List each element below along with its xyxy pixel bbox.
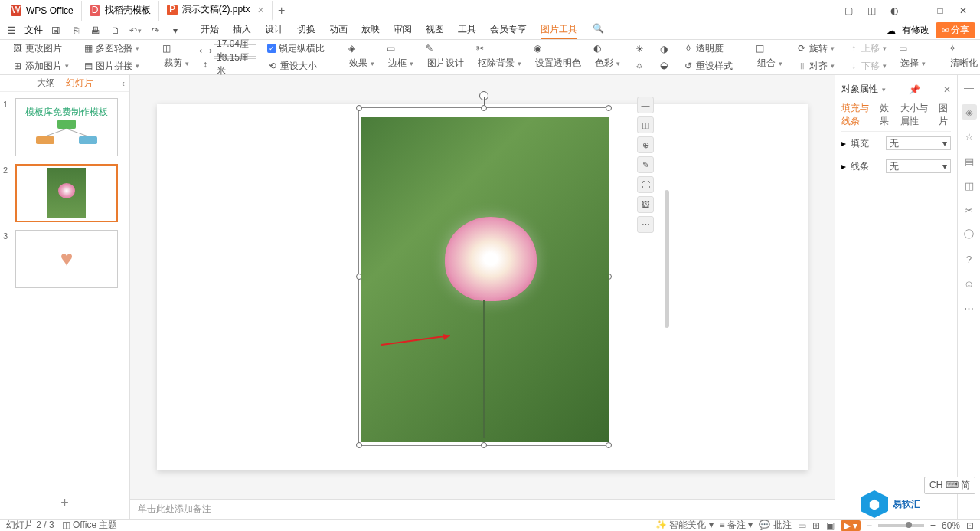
prop-tab-picture[interactable]: 图片 (939, 102, 951, 128)
notes-pane[interactable]: 单击此处添加备注 (130, 499, 835, 519)
print-icon[interactable]: 🖶 (89, 24, 103, 38)
ribbon-tab-transition[interactable]: 切换 (297, 21, 315, 39)
save-icon[interactable]: 🖫 (49, 24, 63, 38)
multi-rotate-button[interactable]: ▦多图轮播▾ (80, 41, 142, 57)
comments-toggle[interactable]: 💬 批注 (759, 519, 791, 531)
app-tab[interactable]: W WPS Office (3, 1, 82, 21)
float-edit-button[interactable]: ✎ (637, 156, 654, 173)
add-slide-button[interactable]: + (0, 487, 129, 519)
collapse-panel-icon[interactable]: ‹ (122, 78, 125, 89)
ribbon-tab-design[interactable]: 设计 (265, 21, 283, 39)
rail-info-icon[interactable]: ⓘ (962, 227, 977, 242)
view-slideshow-button[interactable]: ▶ ▾ (841, 520, 861, 531)
export-icon[interactable]: ⎘ (69, 24, 83, 38)
close-panel-icon[interactable]: ✕ (943, 84, 951, 95)
picture-collage-button[interactable]: ▤图片拼接▾ (80, 58, 142, 74)
close-button[interactable]: ✕ (957, 5, 969, 16)
ribbon-tab-slideshow[interactable]: 放映 (361, 21, 380, 39)
theme-indicator[interactable]: ◫ Office 主题 (62, 519, 118, 531)
slides-tab[interactable]: 幻灯片 (66, 77, 93, 90)
outline-tab[interactable]: 大纲 (37, 77, 55, 90)
brightness-down-button[interactable]: ☼ (631, 58, 648, 72)
align-button[interactable]: ⫴对齐▾ (793, 58, 838, 74)
prop-tab-size[interactable]: 大小与属性 (900, 102, 931, 128)
view-normal-button[interactable]: ▭ (798, 520, 806, 531)
float-crop-button[interactable]: ◫ (637, 116, 654, 133)
contrast-down-button[interactable]: ◒ (655, 58, 672, 72)
rail-favorite-icon[interactable]: ☆ (962, 129, 977, 144)
rail-collapse-icon[interactable]: — (962, 80, 977, 95)
slide[interactable] (157, 104, 808, 470)
combine-button[interactable]: 组合▾ (754, 55, 786, 71)
rail-template-icon[interactable]: ◫ (962, 178, 977, 193)
rotate-button[interactable]: ⟳旋转▾ (793, 41, 838, 57)
rail-more-icon[interactable]: ⋯ (962, 300, 977, 316)
reset-style-button[interactable]: ↺重设样式 (680, 58, 736, 74)
rail-help-icon[interactable]: ? (962, 251, 977, 267)
view-reading-button[interactable]: ▣ (826, 520, 835, 531)
apps-icon[interactable]: ▢ (842, 5, 854, 16)
change-picture-button[interactable]: 🖼更改图片 (9, 41, 72, 57)
prop-tab-effect[interactable]: 效果 (880, 102, 892, 128)
rail-properties-icon[interactable]: ◈ (962, 104, 977, 120)
float-zoom-button[interactable]: ⊕ (637, 136, 654, 153)
resize-handle-b[interactable] (481, 442, 487, 448)
color-button[interactable]: 色彩▾ (592, 55, 623, 71)
resize-handle-tr[interactable] (606, 105, 612, 111)
expand-line-icon[interactable]: ▸ (841, 161, 846, 172)
ribbon-tab-member[interactable]: 会员专享 (490, 21, 527, 39)
lock-ratio-checkbox[interactable]: ✓锁定纵横比 (264, 41, 328, 57)
minimize-button[interactable]: — (911, 5, 923, 16)
clarity-button[interactable]: 清晰化▾ (947, 55, 980, 71)
ribbon-tab-tools[interactable]: 工具 (458, 21, 476, 39)
canvas-wrap[interactable]: — ◫ ⊕ ✎ ⛶ 🖼 ⋯ (130, 75, 835, 499)
smart-beautify-button[interactable]: ✨ 智能美化 ▾ (655, 519, 714, 531)
contrast-up-button[interactable]: ◑ (655, 42, 672, 56)
slide-thumb-2[interactable] (15, 164, 118, 222)
set-transparent-button[interactable]: 设置透明色 (532, 55, 584, 71)
cube-icon[interactable]: ◫ (865, 5, 877, 16)
share-button[interactable]: ✉ 分享 (936, 22, 975, 38)
redo-icon[interactable]: ↷ (149, 24, 162, 38)
ribbon-tab-picture-tools[interactable]: 图片工具 (541, 21, 577, 39)
resize-handle-bl[interactable] (356, 442, 362, 448)
remove-bg-button[interactable]: 抠除背景▾ (475, 55, 524, 71)
pin-panel-icon[interactable]: 📌 (909, 84, 920, 95)
document-tab[interactable]: P 演示文稿(2).pptx × (159, 1, 273, 21)
search-icon[interactable]: 🔍 (591, 21, 605, 35)
selected-image[interactable] (358, 107, 609, 446)
slide-position[interactable]: 幻灯片 2 / 3 (6, 519, 54, 531)
picture-design-button[interactable]: 图片设计 (424, 55, 467, 71)
file-menu[interactable]: 文件 (24, 24, 43, 37)
expand-fill-icon[interactable]: ▸ (841, 138, 846, 149)
user-icon[interactable]: ◐ (888, 5, 900, 16)
rail-tools-icon[interactable]: ✂ (962, 202, 977, 218)
rail-layout-icon[interactable]: ▤ (962, 153, 977, 169)
slide-thumb-3[interactable]: ♥ (15, 230, 118, 288)
vertical-scrollbar[interactable] (665, 190, 669, 328)
view-sorter-button[interactable]: ⊞ (812, 520, 820, 531)
zoom-slider[interactable] (878, 524, 924, 527)
sync-status-icon[interactable]: ☁ (887, 25, 896, 36)
maximize-button[interactable]: □ (934, 5, 946, 16)
menu-hamburger-icon[interactable]: ☰ (5, 24, 18, 38)
slide-thumb-1[interactable]: 模板库免费制作模板 (15, 98, 118, 156)
height-input[interactable]: 13.15厘米 (214, 58, 256, 70)
line-select[interactable]: 无▾ (886, 159, 951, 173)
crop-button[interactable]: 裁剪▾ (161, 55, 192, 71)
tab-close-icon[interactable]: × (257, 4, 263, 16)
resize-handle-br[interactable] (606, 442, 612, 448)
rail-person-icon[interactable]: ☺ (962, 276, 977, 291)
select-button[interactable]: 选择▾ (897, 55, 929, 71)
notes-toggle[interactable]: ≡ 备注 ▾ (720, 519, 753, 531)
ribbon-tab-view[interactable]: 视图 (426, 21, 444, 39)
transparency-button[interactable]: ◊透明度 (680, 41, 736, 57)
float-more-button[interactable]: ⋯ (637, 216, 654, 233)
resize-handle-tl[interactable] (356, 105, 362, 111)
template-tab[interactable]: D 找稻壳模板 (82, 1, 159, 21)
ribbon-tab-animation[interactable]: 动画 (329, 21, 348, 39)
resize-handle-t[interactable] (481, 105, 487, 111)
float-replace-button[interactable]: 🖼 (637, 196, 654, 213)
prop-tab-fill-line[interactable]: 填充与线条 (841, 102, 872, 128)
float-collapse-button[interactable]: — (637, 97, 654, 113)
